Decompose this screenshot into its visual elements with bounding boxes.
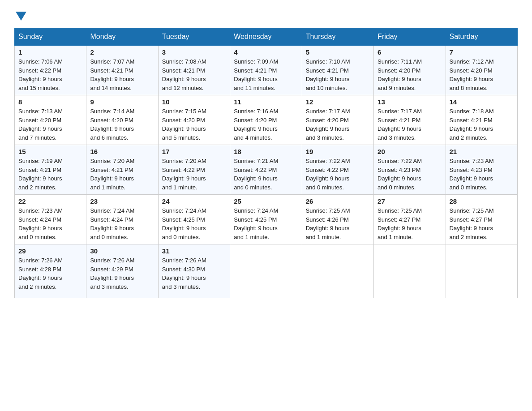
calendar-cell: 11Sunrise: 7:16 AMSunset: 4:20 PMDayligh…	[230, 95, 302, 145]
day-number: 6	[378, 48, 442, 56]
day-number: 11	[234, 98, 298, 106]
calendar-cell: 7Sunrise: 7:12 AMSunset: 4:20 PMDaylight…	[446, 46, 517, 95]
calendar-cell: 12Sunrise: 7:17 AMSunset: 4:20 PMDayligh…	[302, 95, 373, 145]
day-sun-info: Sunrise: 7:07 AMSunset: 4:21 PMDaylight:…	[90, 57, 154, 92]
day-number: 12	[306, 98, 370, 106]
day-sun-info: Sunrise: 7:14 AMSunset: 4:20 PMDaylight:…	[90, 107, 154, 142]
day-sun-info: Sunrise: 7:25 AMSunset: 4:27 PMDaylight:…	[450, 206, 514, 241]
weekday-header-saturday: Saturday	[446, 28, 517, 46]
calendar-cell: 27Sunrise: 7:25 AMSunset: 4:27 PMDayligh…	[374, 195, 446, 244]
day-number: 19	[306, 148, 370, 155]
day-number: 29	[18, 247, 82, 255]
logo-triangle-icon	[16, 12, 26, 21]
day-sun-info: Sunrise: 7:17 AMSunset: 4:21 PMDaylight:…	[378, 107, 442, 142]
day-number: 9	[90, 98, 154, 106]
logo	[14, 11, 26, 21]
day-sun-info: Sunrise: 7:06 AMSunset: 4:22 PMDaylight:…	[18, 57, 82, 92]
calendar-cell: 19Sunrise: 7:22 AMSunset: 4:22 PMDayligh…	[302, 145, 373, 195]
day-number: 22	[18, 197, 82, 205]
calendar-table: SundayMondayTuesdayWednesdayThursdayFrid…	[14, 28, 518, 298]
day-sun-info: Sunrise: 7:25 AMSunset: 4:27 PMDaylight:…	[378, 206, 442, 241]
weekday-header-thursday: Thursday	[302, 28, 373, 46]
calendar-cell	[302, 244, 373, 298]
day-sun-info: Sunrise: 7:16 AMSunset: 4:20 PMDaylight:…	[234, 107, 298, 142]
day-sun-info: Sunrise: 7:23 AMSunset: 4:23 PMDaylight:…	[450, 157, 514, 192]
calendar-cell: 22Sunrise: 7:23 AMSunset: 4:24 PMDayligh…	[15, 195, 86, 244]
day-number: 23	[90, 197, 154, 205]
calendar-cell: 10Sunrise: 7:15 AMSunset: 4:20 PMDayligh…	[158, 95, 230, 145]
calendar-cell: 1Sunrise: 7:06 AMSunset: 4:22 PMDaylight…	[15, 46, 86, 95]
calendar-cell: 16Sunrise: 7:20 AMSunset: 4:21 PMDayligh…	[86, 145, 158, 195]
day-number: 1	[18, 48, 82, 56]
day-sun-info: Sunrise: 7:21 AMSunset: 4:22 PMDaylight:…	[234, 157, 298, 192]
day-sun-info: Sunrise: 7:10 AMSunset: 4:21 PMDaylight:…	[306, 57, 370, 92]
day-sun-info: Sunrise: 7:26 AMSunset: 4:30 PMDaylight:…	[162, 256, 226, 291]
day-number: 24	[162, 197, 226, 205]
day-number: 4	[234, 48, 298, 56]
day-sun-info: Sunrise: 7:25 AMSunset: 4:26 PMDaylight:…	[306, 206, 370, 241]
day-sun-info: Sunrise: 7:24 AMSunset: 4:24 PMDaylight:…	[90, 206, 154, 241]
weekday-header-monday: Monday	[86, 28, 158, 46]
calendar-cell: 6Sunrise: 7:11 AMSunset: 4:20 PMDaylight…	[374, 46, 446, 95]
day-sun-info: Sunrise: 7:20 AMSunset: 4:21 PMDaylight:…	[90, 157, 154, 192]
day-number: 20	[378, 148, 442, 155]
calendar-week-row: 15Sunrise: 7:19 AMSunset: 4:21 PMDayligh…	[15, 145, 518, 195]
day-number: 10	[162, 98, 226, 106]
day-number: 25	[234, 197, 298, 205]
day-number: 2	[90, 48, 154, 56]
day-number: 5	[306, 48, 370, 56]
weekday-header-row: SundayMondayTuesdayWednesdayThursdayFrid…	[15, 28, 518, 46]
calendar-cell: 20Sunrise: 7:22 AMSunset: 4:23 PMDayligh…	[374, 145, 446, 195]
day-number: 21	[450, 148, 514, 155]
calendar-cell	[374, 244, 446, 298]
calendar-cell: 25Sunrise: 7:24 AMSunset: 4:25 PMDayligh…	[230, 195, 302, 244]
day-sun-info: Sunrise: 7:08 AMSunset: 4:21 PMDaylight:…	[162, 57, 226, 92]
day-sun-info: Sunrise: 7:13 AMSunset: 4:20 PMDaylight:…	[18, 107, 82, 142]
calendar-cell: 15Sunrise: 7:19 AMSunset: 4:21 PMDayligh…	[15, 145, 86, 195]
day-number: 3	[162, 48, 226, 56]
calendar-cell: 5Sunrise: 7:10 AMSunset: 4:21 PMDaylight…	[302, 46, 373, 95]
day-number: 31	[162, 247, 226, 255]
day-sun-info: Sunrise: 7:12 AMSunset: 4:20 PMDaylight:…	[450, 57, 514, 92]
page-header	[14, 11, 518, 21]
day-sun-info: Sunrise: 7:23 AMSunset: 4:24 PMDaylight:…	[18, 206, 82, 241]
calendar-cell: 30Sunrise: 7:26 AMSunset: 4:29 PMDayligh…	[86, 244, 158, 298]
day-number: 30	[90, 247, 154, 255]
weekday-header-wednesday: Wednesday	[230, 28, 302, 46]
calendar-cell: 18Sunrise: 7:21 AMSunset: 4:22 PMDayligh…	[230, 145, 302, 195]
day-sun-info: Sunrise: 7:26 AMSunset: 4:28 PMDaylight:…	[18, 256, 82, 291]
day-sun-info: Sunrise: 7:24 AMSunset: 4:25 PMDaylight:…	[162, 206, 226, 241]
calendar-cell: 29Sunrise: 7:26 AMSunset: 4:28 PMDayligh…	[15, 244, 86, 298]
calendar-cell: 23Sunrise: 7:24 AMSunset: 4:24 PMDayligh…	[86, 195, 158, 244]
day-number: 27	[378, 197, 442, 205]
calendar-cell	[446, 244, 517, 298]
calendar-cell: 9Sunrise: 7:14 AMSunset: 4:20 PMDaylight…	[86, 95, 158, 145]
calendar-cell: 21Sunrise: 7:23 AMSunset: 4:23 PMDayligh…	[446, 145, 517, 195]
day-sun-info: Sunrise: 7:18 AMSunset: 4:21 PMDaylight:…	[450, 107, 514, 142]
day-sun-info: Sunrise: 7:19 AMSunset: 4:21 PMDaylight:…	[18, 157, 82, 192]
calendar-cell	[230, 244, 302, 298]
day-sun-info: Sunrise: 7:09 AMSunset: 4:21 PMDaylight:…	[234, 57, 298, 92]
day-sun-info: Sunrise: 7:15 AMSunset: 4:20 PMDaylight:…	[162, 107, 226, 142]
day-sun-info: Sunrise: 7:24 AMSunset: 4:25 PMDaylight:…	[234, 206, 298, 241]
calendar-cell: 26Sunrise: 7:25 AMSunset: 4:26 PMDayligh…	[302, 195, 373, 244]
calendar-header: SundayMondayTuesdayWednesdayThursdayFrid…	[15, 28, 518, 46]
calendar-week-row: 29Sunrise: 7:26 AMSunset: 4:28 PMDayligh…	[15, 244, 518, 298]
day-sun-info: Sunrise: 7:26 AMSunset: 4:29 PMDaylight:…	[90, 256, 154, 291]
day-number: 14	[450, 98, 514, 106]
calendar-cell: 3Sunrise: 7:08 AMSunset: 4:21 PMDaylight…	[158, 46, 230, 95]
calendar-cell: 24Sunrise: 7:24 AMSunset: 4:25 PMDayligh…	[158, 195, 230, 244]
calendar-cell: 13Sunrise: 7:17 AMSunset: 4:21 PMDayligh…	[374, 95, 446, 145]
day-number: 28	[450, 197, 514, 205]
day-number: 15	[18, 148, 82, 155]
day-number: 18	[234, 148, 298, 155]
weekday-header-tuesday: Tuesday	[158, 28, 230, 46]
calendar-week-row: 1Sunrise: 7:06 AMSunset: 4:22 PMDaylight…	[15, 46, 518, 95]
day-sun-info: Sunrise: 7:17 AMSunset: 4:20 PMDaylight:…	[306, 107, 370, 142]
calendar-week-row: 8Sunrise: 7:13 AMSunset: 4:20 PMDaylight…	[15, 95, 518, 145]
weekday-header-sunday: Sunday	[15, 28, 86, 46]
day-sun-info: Sunrise: 7:11 AMSunset: 4:20 PMDaylight:…	[378, 57, 442, 92]
day-sun-info: Sunrise: 7:22 AMSunset: 4:22 PMDaylight:…	[306, 157, 370, 192]
calendar-cell: 28Sunrise: 7:25 AMSunset: 4:27 PMDayligh…	[446, 195, 517, 244]
calendar-cell: 4Sunrise: 7:09 AMSunset: 4:21 PMDaylight…	[230, 46, 302, 95]
